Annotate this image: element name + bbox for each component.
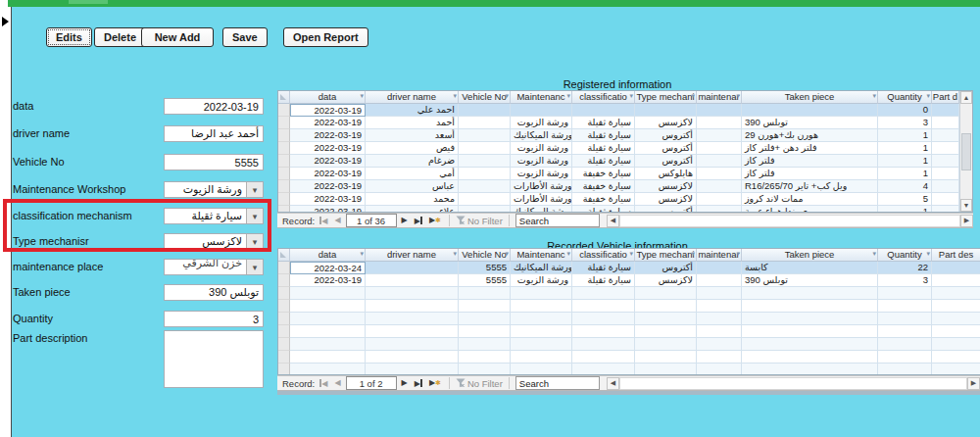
cell-maintenar[interactable] [697,117,742,129]
column-sort-dropdown-icon[interactable]: ▾ [566,250,570,258]
cell-vehicle-no[interactable] [459,180,511,193]
cell-taken-piece[interactable]: فلتر دهن +فلتر كاز [742,142,878,155]
scroll-left-icon[interactable]: ◀ [607,377,619,390]
cell-maintenanc[interactable] [511,300,572,313]
cell-part-des[interactable] [932,313,980,325]
cell-classificatio[interactable]: سيارة ثقيلة [572,117,635,129]
cell-type-mechani[interactable] [635,300,697,313]
cell-type-mechani[interactable]: لاكزسس [635,193,697,206]
cell-type-mechani[interactable]: أكتروس [635,142,697,155]
cell-quantity[interactable]: 1 [878,155,932,168]
cell-maintenar[interactable] [697,129,742,142]
cell-vehicle-no[interactable]: 5555 [459,262,511,274]
classification-mechanism-dropdown-icon[interactable]: ▾ [246,209,263,223]
cell-quantity[interactable] [878,287,932,300]
cell-maintenar[interactable] [697,104,742,117]
cell-driver-name[interactable] [366,351,459,364]
cell-part-des[interactable] [932,338,980,351]
row-selector[interactable] [278,262,290,274]
cell-classificatio[interactable]: سيارة ثقيلة [572,274,635,287]
cell-maintenar[interactable] [697,142,742,155]
column-sort-dropdown-icon[interactable]: ▾ [360,250,364,258]
horizontal-scrollbar[interactable]: ◀▶ [607,214,973,227]
cell-maintenar[interactable] [697,168,742,180]
cell-vehicle-no[interactable] [459,117,511,129]
cell-taken-piece[interactable] [742,104,878,117]
first-record-icon[interactable]: ◀ [318,216,329,226]
cell-quantity[interactable] [878,364,932,374]
cell-data[interactable] [290,313,366,325]
cell-part-d[interactable] [932,206,959,212]
row-selector[interactable] [278,274,290,287]
cell-quantity[interactable] [878,351,932,364]
row-selector[interactable] [278,193,290,206]
cell-data[interactable]: 2022-03-19 [290,104,366,117]
cell-maintenanc[interactable]: ورشة الأطارات [511,180,572,193]
cell-part-des[interactable] [932,325,980,338]
column-header-maintenanc[interactable]: Maintenanc▾ [511,91,572,104]
column-header-maintenar[interactable]: maintenar▾ [697,249,742,262]
type-mechanism-dropdown-icon[interactable]: ▾ [246,234,263,249]
vehicle-no-input[interactable]: 5555 [164,154,264,170]
delete-button[interactable]: Delete [94,27,146,47]
row-selector[interactable] [278,300,290,313]
row-selector[interactable] [278,129,290,142]
cell-part-des[interactable] [932,262,980,274]
cell-driver-name[interactable]: احمد علي [366,104,459,117]
cell-type-mechani[interactable]: أكتروس [635,206,697,212]
column-sort-dropdown-icon[interactable]: ▾ [736,250,740,258]
cell-quantity[interactable]: 1 [878,129,932,142]
cell-part-d[interactable] [932,180,959,193]
cell-type-mechani[interactable] [635,364,697,374]
cell-maintenanc[interactable] [511,338,572,351]
column-header-part-des[interactable]: Part des [932,249,980,262]
cell-driver-name[interactable] [366,364,459,374]
column-header-maintenanc[interactable]: Maintenanc▾ [511,249,572,262]
cell-taken-piece[interactable]: صوندا هواء عربة [742,206,878,212]
column-sort-dropdown-icon[interactable]: ▾ [926,250,930,258]
cell-taken-piece[interactable]: توبلس 390 [742,274,878,287]
cell-taken-piece[interactable]: هورن بك+هورن 29 [742,129,878,142]
column-header-data[interactable]: data▾ [290,249,366,262]
cell-data[interactable]: 2022-03-19 [290,142,366,155]
cell-type-mechani[interactable]: لاكزسس [635,180,697,193]
cell-type-mechani[interactable] [635,104,697,117]
new-record-icon[interactable]: ▶✱ [427,378,443,388]
cell-maintenar[interactable] [697,300,742,313]
column-header-taken-piece[interactable]: Taken piece▾ [742,249,878,262]
cell-taken-piece[interactable] [742,351,878,364]
maintenance-place-combobox[interactable]: خزن الشرقي▾ [164,259,264,275]
row-selector[interactable] [278,364,290,374]
cell-vehicle-no[interactable] [459,364,511,374]
cell-maintenanc[interactable]: ورشة الميكانيك [511,206,572,212]
cell-maintenanc[interactable]: ورشة الزيوت [511,168,572,180]
cell-taken-piece[interactable]: توبلس 390 [742,117,878,129]
cell-driver-name[interactable]: علاء [366,206,459,212]
cell-driver-name[interactable] [366,262,459,274]
cell-quantity[interactable]: 4 [878,180,932,193]
cell-taken-piece[interactable] [742,287,878,300]
cell-classificatio[interactable] [572,300,635,313]
cell-vehicle-no[interactable] [459,338,511,351]
scroll-up-icon[interactable]: ▲ [960,91,972,104]
cell-quantity[interactable] [878,313,932,325]
cell-taken-piece[interactable] [742,325,878,338]
cell-maintenar[interactable] [697,155,742,168]
cell-quantity[interactable] [878,300,932,313]
last-record-icon[interactable]: ▶ [413,216,424,226]
cell-type-mechani[interactable]: لاكزسس [635,274,697,287]
cell-data[interactable] [290,287,366,300]
column-sort-dropdown-icon[interactable]: ▾ [453,92,457,100]
cell-vehicle-no[interactable] [459,193,511,206]
cell-data[interactable]: 2022-03-19 [290,155,366,168]
cell-taken-piece[interactable] [742,338,878,351]
cell-part-d[interactable] [932,142,959,155]
cell-part-des[interactable] [932,274,980,287]
cell-classificatio[interactable] [572,338,635,351]
cell-classificatio[interactable]: سيارة خفيفة [572,180,635,193]
cell-classificatio[interactable]: سيارة ثقيلة [572,155,635,168]
next-record-icon[interactable]: ▶ [400,378,410,388]
column-sort-dropdown-icon[interactable]: ▾ [872,92,876,100]
row-selector[interactable] [278,287,290,300]
data-input[interactable]: 2022-03-19 [164,98,264,115]
